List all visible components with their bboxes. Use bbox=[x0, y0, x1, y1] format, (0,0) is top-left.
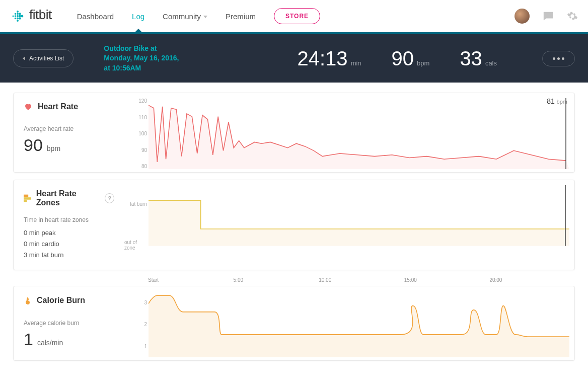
svg-point-1 bbox=[15, 13, 16, 15]
nav-premium[interactable]: Premium bbox=[226, 12, 256, 21]
summary-stats: 24:13min 90bpm 33cals bbox=[298, 47, 575, 70]
heart-icon bbox=[24, 102, 33, 111]
time-axis: Start5:0010:0015:0020:00 bbox=[148, 277, 575, 283]
zones-card: Heart Rate Zones ? Time in heart rate zo… bbox=[13, 180, 575, 270]
svg-point-2 bbox=[15, 15, 16, 17]
cal-yaxis: 321 bbox=[124, 291, 147, 357]
heart-rate-chart[interactable]: 81 bpm 1201101009080 bbox=[124, 93, 574, 172]
fitbit-dots-icon bbox=[10, 9, 25, 24]
zones-chart[interactable]: fat burn out of zone bbox=[124, 180, 574, 270]
nav-log[interactable]: Log bbox=[132, 12, 144, 21]
fire-icon bbox=[24, 295, 32, 305]
svg-point-12 bbox=[21, 15, 24, 18]
more-button[interactable] bbox=[542, 51, 575, 66]
svg-rect-15 bbox=[24, 197, 31, 200]
svg-rect-14 bbox=[24, 195, 28, 197]
zone-breakdown: 0 min peak 0 min cardio 3 min fat burn bbox=[24, 227, 114, 261]
messages-icon[interactable] bbox=[543, 11, 554, 22]
svg-point-10 bbox=[19, 15, 21, 17]
svg-point-11 bbox=[19, 17, 21, 19]
calorie-summary: Calorie Burn Average calorie burn 1cals/… bbox=[14, 286, 124, 360]
zones-yaxis: fat burn out of zone bbox=[124, 185, 147, 267]
nav-links: Dashboard Log Community Premium STORE bbox=[77, 8, 514, 24]
chevron-down-icon bbox=[203, 16, 207, 18]
cursor-readout: 81 bpm bbox=[547, 97, 567, 105]
calorie-chart[interactable]: 321 bbox=[124, 286, 574, 360]
top-nav: fitbit Dashboard Log Community Premium S… bbox=[0, 0, 588, 34]
heart-rate-summary: Heart Rate Average heart rate 90bpm bbox=[14, 93, 124, 172]
svg-point-6 bbox=[17, 15, 19, 17]
svg-point-4 bbox=[17, 11, 19, 13]
hr-yaxis: 1201101009080 bbox=[124, 98, 147, 169]
activities-list-button[interactable]: Activities List bbox=[13, 49, 74, 67]
nav-community[interactable]: Community bbox=[163, 12, 207, 21]
calorie-card: Calorie Burn Average calorie burn 1cals/… bbox=[13, 286, 575, 361]
nav-dashboard[interactable]: Dashboard bbox=[77, 12, 114, 21]
svg-point-9 bbox=[19, 13, 21, 15]
svg-point-7 bbox=[17, 18, 19, 20]
logo[interactable]: fitbit bbox=[10, 7, 52, 25]
activity-header: Activities List Outdoor Bike at Monday, … bbox=[0, 34, 588, 83]
zones-summary: Heart Rate Zones ? Time in heart rate zo… bbox=[14, 180, 124, 270]
heart-rate-card: Heart Rate Average heart rate 90bpm 81 b… bbox=[13, 93, 575, 173]
svg-point-3 bbox=[15, 18, 16, 19]
svg-point-8 bbox=[17, 20, 19, 22]
zones-icon bbox=[24, 194, 31, 202]
svg-point-0 bbox=[13, 16, 14, 17]
top-right-controls bbox=[514, 9, 578, 24]
gear-icon[interactable] bbox=[567, 11, 578, 22]
activity-title: Outdoor Bike at Monday, May 16, 2016, at… bbox=[104, 44, 179, 73]
content: Heart Rate Average heart rate 90bpm 81 b… bbox=[0, 83, 588, 378]
stat-bpm: 90bpm bbox=[392, 47, 430, 70]
avatar[interactable] bbox=[514, 9, 530, 24]
svg-point-5 bbox=[17, 13, 19, 15]
brand-text: fitbit bbox=[29, 7, 52, 25]
chevron-left-icon bbox=[23, 56, 25, 60]
help-icon[interactable]: ? bbox=[105, 193, 114, 203]
stat-duration: 24:13min bbox=[298, 47, 361, 70]
stat-cals: 33cals bbox=[460, 47, 497, 70]
store-button[interactable]: STORE bbox=[274, 8, 320, 24]
svg-rect-16 bbox=[24, 200, 27, 202]
